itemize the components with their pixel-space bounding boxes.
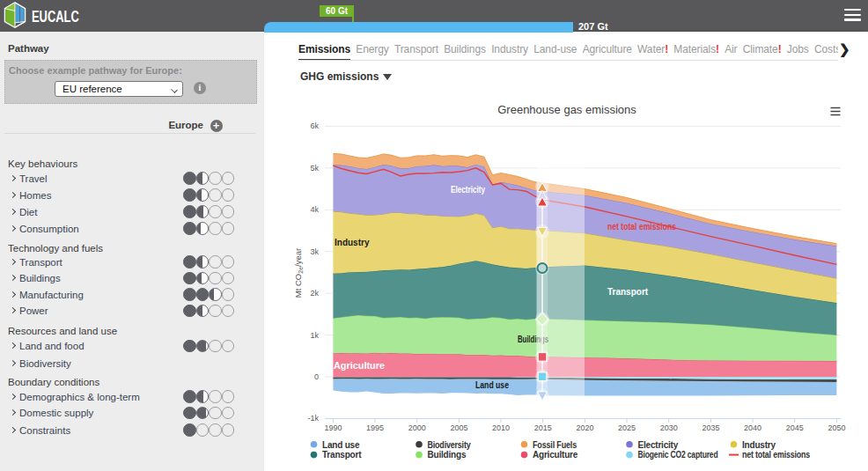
svg-text:2050: 2050 [828, 423, 845, 432]
svg-text:Electricity: Electricity [451, 185, 485, 195]
svg-text:6k: 6k [310, 121, 319, 130]
svg-text:Industry: Industry [742, 440, 776, 450]
svg-text:Biogenic CO2 captured: Biogenic CO2 captured [638, 450, 718, 460]
svg-text:Agriculture: Agriculture [533, 450, 578, 460]
svg-text:2005: 2005 [450, 423, 467, 432]
svg-text:Agriculture: Agriculture [334, 361, 385, 371]
svg-text:Electricity: Electricity [638, 440, 679, 450]
svg-text:2045: 2045 [786, 423, 804, 432]
svg-text:1995: 1995 [366, 423, 384, 432]
svg-text:Transport: Transport [607, 287, 649, 297]
svg-text:Buildings: Buildings [428, 450, 467, 460]
svg-text:-1k: -1k [307, 414, 319, 423]
svg-text:5k: 5k [310, 164, 319, 173]
svg-text:net total emissions: net total emissions [607, 222, 676, 232]
svg-text:net total emissions: net total emissions [742, 450, 811, 460]
svg-text:Biodiversity: Biodiversity [428, 440, 472, 450]
svg-text:4k: 4k [310, 205, 319, 214]
svg-text:Land use: Land use [322, 440, 360, 450]
svg-text:2000: 2000 [408, 423, 426, 432]
svg-text:2035: 2035 [702, 423, 719, 432]
svg-text:2015: 2015 [534, 423, 552, 432]
svg-text:2030: 2030 [660, 423, 678, 432]
svg-text:2020: 2020 [576, 423, 593, 432]
svg-text:Greenhouse gas emissions: Greenhouse gas emissions [497, 103, 636, 116]
svg-text:Mt CO2e/year: Mt CO2e/year [293, 248, 304, 298]
svg-text:3k: 3k [310, 247, 319, 256]
svg-text:1990: 1990 [324, 423, 342, 432]
svg-text:2025: 2025 [618, 423, 636, 432]
svg-text:Fossil Fuels: Fossil Fuels [533, 440, 577, 450]
svg-text:Industry: Industry [335, 238, 370, 247]
svg-text:2040: 2040 [744, 423, 761, 432]
svg-text:2010: 2010 [492, 423, 510, 432]
svg-text:2k: 2k [310, 289, 319, 298]
svg-text:1k: 1k [310, 331, 319, 340]
svg-text:0: 0 [314, 372, 319, 381]
svg-text:Transport: Transport [322, 450, 362, 460]
svg-text:Land use: Land use [475, 380, 509, 390]
